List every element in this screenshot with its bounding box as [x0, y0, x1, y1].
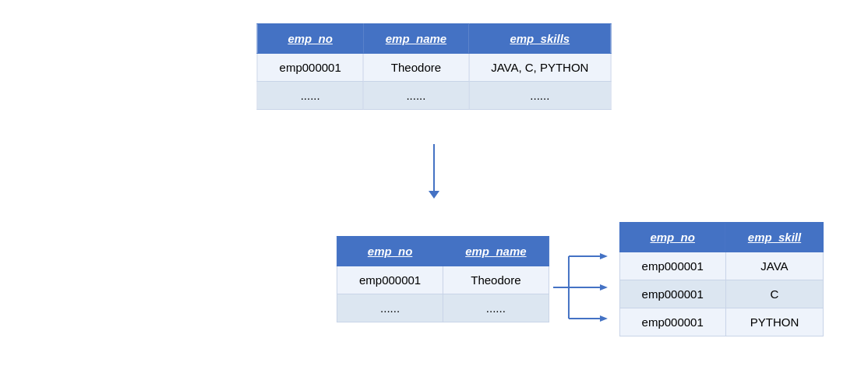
- bl-row2-emp-no: ......: [337, 294, 443, 322]
- bl-header-emp-name: emp_name: [443, 237, 549, 266]
- curved-arrow-svg: [553, 241, 616, 334]
- table-row: ...... ......: [337, 294, 549, 322]
- table-row: emp000001 JAVA: [619, 252, 824, 280]
- bottom-left-table-wrapper: emp_no emp_name emp000001 Theodore .....…: [337, 236, 549, 322]
- top-table: emp_no emp_name emp_skills emp000001 The…: [257, 23, 612, 110]
- br-row3-emp-no: emp000001: [619, 308, 725, 336]
- svg-marker-5: [600, 253, 608, 259]
- top-header-emp-no: emp_no: [257, 24, 363, 54]
- table-row: emp000001 C: [619, 280, 824, 308]
- top-table-wrapper: emp_no emp_name emp_skills emp000001 The…: [257, 23, 612, 110]
- br-row1-emp-no: emp000001: [619, 252, 725, 280]
- table-row: emp000001 PYTHON: [619, 308, 824, 336]
- svg-marker-6: [600, 284, 608, 291]
- top-row2-emp-name: ......: [363, 82, 468, 110]
- top-row2-emp-skills: ......: [469, 82, 611, 110]
- bottom-section: emp_no emp_name emp000001 Theodore .....…: [337, 222, 824, 336]
- br-row2-emp-no: emp000001: [619, 280, 725, 308]
- br-header-emp-skill: emp_skill: [725, 223, 823, 252]
- bottom-left-table: emp_no emp_name emp000001 Theodore .....…: [337, 236, 549, 322]
- arrow-head: [429, 191, 439, 199]
- top-row1-emp-no: emp000001: [257, 54, 363, 82]
- curved-arrow: [553, 241, 616, 334]
- arrow-line: [433, 144, 435, 191]
- bl-row1-emp-name: Theodore: [443, 266, 549, 294]
- bl-row2-emp-name: ......: [443, 294, 549, 322]
- table-row: ...... ...... ......: [257, 82, 611, 110]
- top-row1-emp-name: Theodore: [363, 54, 468, 82]
- top-header-emp-skills: emp_skills: [469, 24, 611, 54]
- diagram-container: emp_no emp_name emp_skills emp000001 The…: [0, 0, 868, 391]
- table-row: emp000001 Theodore JAVA, C, PYTHON: [257, 54, 611, 82]
- bl-row1-emp-no: emp000001: [337, 266, 443, 294]
- br-row2-emp-skill: C: [725, 280, 823, 308]
- br-row1-emp-skill: JAVA: [725, 252, 823, 280]
- top-header-emp-name: emp_name: [363, 24, 468, 54]
- br-row3-emp-skill: PYTHON: [725, 308, 823, 336]
- bottom-right-table-wrapper: emp_no emp_skill emp000001 JAVA emp00000…: [619, 222, 824, 336]
- top-row2-emp-no: ......: [257, 82, 363, 110]
- table-row: emp000001 Theodore: [337, 266, 549, 294]
- down-arrow: [429, 144, 439, 199]
- br-header-emp-no: emp_no: [619, 223, 725, 252]
- bl-header-emp-no: emp_no: [337, 237, 443, 266]
- bottom-right-table: emp_no emp_skill emp000001 JAVA emp00000…: [619, 222, 824, 336]
- top-row1-emp-skills: JAVA, C, PYTHON: [469, 54, 611, 82]
- svg-marker-7: [600, 315, 608, 322]
